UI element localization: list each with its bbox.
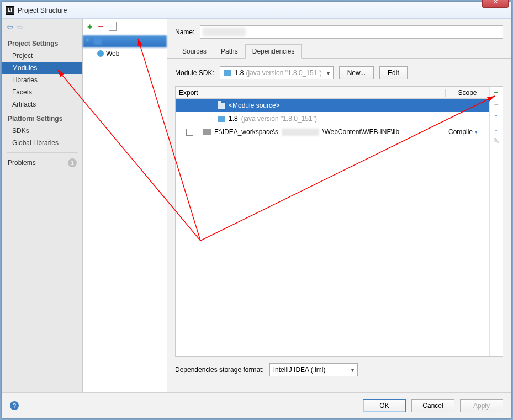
sidebar: ⇦ ⇨ Project Settings Project Modules Lib… (2, 19, 83, 392)
forward-arrow-icon[interactable]: ⇨ (17, 23, 23, 31)
help-icon[interactable]: ? (10, 401, 19, 410)
module-sdk-combo[interactable]: 1.8 (java version "1.8.0_151") (220, 66, 334, 79)
dialog-body: ⇦ ⇨ Project Settings Project Modules Lib… (2, 19, 511, 392)
jdk-icon (218, 116, 225, 122)
sidebar-item-project[interactable]: Project (2, 50, 82, 62)
add-dependency-icon[interactable]: + (492, 88, 501, 97)
window-title: Project Structure (18, 7, 67, 14)
sidebar-item-problems[interactable]: Problems 1 (2, 156, 82, 169)
ok-button[interactable]: OK (363, 399, 406, 412)
storage-format-label: Dependencies storage format: (175, 366, 264, 374)
storage-format-value: IntelliJ IDEA (.iml) (273, 366, 326, 374)
name-label: Name: (175, 28, 194, 36)
project-settings-header: Project Settings (2, 35, 82, 50)
dep-row-jdk[interactable]: 1.8 (java version "1.8.0_151") (176, 112, 489, 125)
app-icon: IJ (6, 6, 14, 15)
dialog-window: IJ Project Structure ✕ ⇦ ⇨ Project Setti… (2, 2, 511, 418)
module-name-input[interactable] (200, 25, 503, 39)
module-tabs: Sources Paths Dependencies (167, 44, 511, 59)
export-checkbox[interactable] (186, 129, 193, 136)
jdk-icon (224, 70, 231, 76)
dep-path-post: \WebContent\WEB-INF\lib (322, 128, 399, 136)
dependencies-list[interactable]: Export Scope <Module source> (176, 87, 489, 356)
sdk-version: 1.8 (235, 69, 244, 77)
new-sdk-button[interactable]: New... (339, 66, 374, 79)
folder-icon (218, 103, 225, 109)
modules-tree[interactable]: ˅ Web (83, 35, 167, 392)
close-button[interactable]: ✕ (482, 0, 509, 8)
dep-row-module-source[interactable]: <Module source> (176, 99, 489, 112)
cancel-button[interactable]: Cancel (411, 399, 454, 412)
sidebar-item-libraries[interactable]: Libraries (2, 74, 82, 86)
web-facet-label: Web (106, 50, 119, 57)
move-up-icon[interactable]: ↑ (492, 112, 501, 121)
dep-row-lib[interactable]: E:\IDEA_workspace\s\WebContent\WEB-INF\l… (176, 125, 489, 139)
dependencies-table: Export Scope <Module source> (175, 86, 503, 357)
copy-module-icon[interactable] (109, 23, 117, 31)
tree-web-facet-row[interactable]: Web (83, 47, 167, 60)
sdk-detail: (java version "1.8.0_151") (246, 69, 321, 77)
scope-dropdown-icon[interactable]: ▾ (475, 129, 478, 135)
dep-jdk-version: 1.8 (229, 115, 238, 123)
dependencies-header: Export Scope (176, 87, 489, 99)
main-panel: Name: Sources Paths Dependencies Module … (167, 19, 511, 392)
dialog-footer: ? OK Cancel Apply (2, 392, 511, 418)
module-sdk-label: Module SDK: (175, 69, 214, 77)
dep-scope-value[interactable]: Compile (448, 128, 473, 136)
platform-settings-header: Platform Settings (2, 110, 82, 125)
col-scope-header[interactable]: Scope (445, 89, 489, 97)
module-icon (94, 38, 102, 45)
chevron-down-icon[interactable]: ˅ (86, 39, 92, 45)
dep-name: <Module source> (229, 102, 280, 109)
add-module-icon[interactable]: + (87, 22, 92, 32)
sdk-row: Module SDK: 1.8 (java version "1.8.0_151… (167, 59, 511, 86)
remove-dependency-icon[interactable]: − (492, 100, 501, 109)
redacted-path-icon (282, 129, 319, 136)
back-arrow-icon[interactable]: ⇦ (7, 23, 13, 31)
nav-arrows: ⇦ ⇨ (2, 19, 82, 35)
problems-count-badge: 1 (68, 158, 77, 167)
library-icon (203, 129, 211, 135)
tree-module-row[interactable]: ˅ (83, 35, 167, 47)
remove-module-icon[interactable]: − (98, 21, 104, 33)
tab-dependencies[interactable]: Dependencies (245, 44, 302, 59)
redacted-name-icon (203, 28, 246, 36)
sidebar-item-sdks[interactable]: SDKs (2, 125, 82, 137)
sidebar-separator (7, 152, 78, 153)
sidebar-item-modules[interactable]: Modules (2, 62, 82, 74)
tree-toolbar: + − (83, 19, 167, 35)
storage-format-combo[interactable]: IntelliJ IDEA (.iml) (269, 363, 358, 376)
sidebar-item-artifacts[interactable]: Artifacts (2, 98, 82, 110)
modules-tree-panel: + − ˅ Web (83, 19, 167, 392)
col-export-header[interactable]: Export (176, 89, 203, 97)
storage-format-row: Dependencies storage format: IntelliJ ID… (167, 357, 511, 376)
sidebar-problems-label: Problems (8, 159, 36, 167)
sidebar-item-facets[interactable]: Facets (2, 86, 82, 98)
name-row: Name: (167, 19, 511, 44)
dep-path-pre: E:\IDEA_workspace\s (214, 128, 278, 136)
apply-button[interactable]: Apply (460, 399, 503, 412)
dependencies-side-toolbar: + − ↑ ↓ ✎ (489, 87, 503, 356)
titlebar: IJ Project Structure ✕ (2, 2, 511, 19)
tab-paths[interactable]: Paths (214, 44, 245, 58)
web-icon (97, 50, 104, 57)
edit-sdk-button[interactable]: Edit (379, 66, 408, 79)
edit-dependency-icon[interactable]: ✎ (492, 136, 501, 145)
move-down-icon[interactable]: ↓ (492, 124, 501, 133)
sidebar-item-global-libraries[interactable]: Global Libraries (2, 137, 82, 149)
dep-jdk-detail: (java version "1.8.0_151") (241, 115, 317, 123)
tab-sources[interactable]: Sources (175, 44, 214, 58)
